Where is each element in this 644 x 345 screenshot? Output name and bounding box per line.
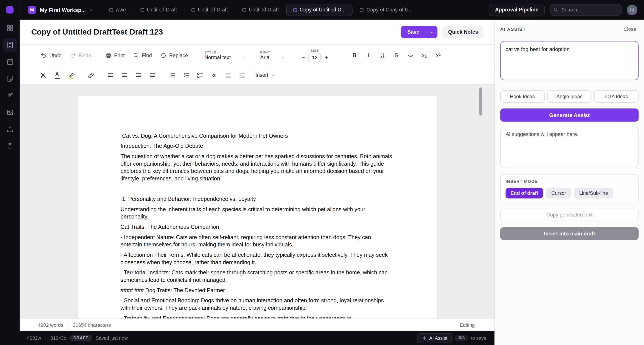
- superscript-button[interactable]: x²: [432, 49, 444, 61]
- indent-icon: [238, 72, 246, 79]
- sparkles-icon: [6, 91, 14, 99]
- editor-area: Copy of Untitled DraftTest Draft 123 Sav…: [20, 20, 495, 331]
- align-left-icon: [107, 72, 114, 79]
- style-value: Normal text: [204, 54, 230, 60]
- tab-label: wwe: [116, 7, 126, 13]
- checklist-button[interactable]: [194, 69, 206, 81]
- copy-generated-text-button[interactable]: Copy generated text: [500, 209, 638, 221]
- subscript-button[interactable]: x₂: [418, 49, 430, 61]
- blockquote-button[interactable]: «: [208, 69, 220, 81]
- strikethrough-button[interactable]: S: [390, 49, 402, 61]
- replace-button[interactable]: Replace: [157, 50, 191, 61]
- save-button[interactable]: Save: [401, 26, 426, 38]
- generate-assist-button[interactable]: Generate Assist: [500, 109, 638, 122]
- sidebar-item-export[interactable]: [3, 122, 17, 136]
- highlighter-icon: [68, 72, 74, 79]
- tab-label: Untitled Draft: [249, 7, 279, 13]
- quick-notes-button[interactable]: Quick Notes: [442, 26, 484, 38]
- print-button[interactable]: Print: [102, 50, 128, 61]
- align-right-button[interactable]: [132, 69, 144, 81]
- angle-ideas-button[interactable]: Angle Ideas: [547, 90, 592, 103]
- text-color-button[interactable]: A: [51, 69, 63, 81]
- doc-paragraph: - Independent Nature: Cats are often sel…: [120, 234, 394, 248]
- approval-pipeline-button[interactable]: Approval Pipeline: [489, 4, 544, 16]
- document-page[interactable]: Cat vs. Dog: A Comprehensive Comparison …: [78, 96, 437, 318]
- doc-paragraph: Cat vs. Dog: A Comprehensive Comparison …: [120, 132, 394, 140]
- sidebar-item-tasks[interactable]: [3, 139, 17, 153]
- outdent-button[interactable]: [222, 69, 234, 81]
- draft-status-badge: DRAFT: [70, 335, 92, 341]
- size-decrease-button[interactable]: −: [300, 54, 306, 61]
- tab-untitled-draft-3[interactable]: Untitled Draft: [235, 4, 286, 16]
- tab-copy-of-untitled[interactable]: Copy of Untitled D...: [286, 4, 352, 16]
- close-button[interactable]: Close: [621, 26, 639, 33]
- sidebar-item-media[interactable]: [3, 105, 17, 119]
- font-value: Arial: [260, 54, 270, 60]
- tab-label: Untitled Draft: [147, 7, 177, 13]
- search-icon: [553, 7, 558, 12]
- ai-assist-toggle-button[interactable]: AI Assist: [417, 333, 452, 343]
- find-button[interactable]: Find: [130, 50, 155, 61]
- code-button[interactable]: <>: [404, 49, 416, 61]
- tab-bar: wwe Untitled Draft Untitled Draft Untitl…: [102, 4, 484, 16]
- doc-paragraph: 1. Personality and Behavior: Independenc…: [120, 196, 394, 203]
- text-color-icon: A: [54, 72, 60, 79]
- align-justify-icon: [149, 72, 156, 79]
- numbered-list-button[interactable]: [180, 69, 192, 81]
- bullet-list-button[interactable]: [166, 69, 178, 81]
- app-logo[interactable]: [6, 6, 14, 14]
- top-bar: M My First Worksp... wwe Untitled Draft …: [20, 0, 644, 20]
- tab-wwe[interactable]: wwe: [102, 4, 133, 16]
- size-label: SIZE: [310, 49, 319, 52]
- clear-formatting-button[interactable]: [37, 69, 49, 81]
- checklist-icon: [197, 72, 204, 79]
- underline-button[interactable]: U: [376, 49, 389, 61]
- tab-icon: [140, 8, 144, 12]
- ai-prompt-input[interactable]: cat vs fog best for adoption: [500, 41, 638, 80]
- style-label: STYLE: [204, 50, 246, 54]
- sidebar-item-calendar[interactable]: [3, 55, 17, 69]
- link-button[interactable]: [85, 69, 97, 81]
- style-dropdown[interactable]: STYLE Normal text: [204, 50, 246, 60]
- editing-mode-label: Editing: [460, 322, 475, 328]
- insert-mode-line-subline[interactable]: Line/Sub-line: [574, 188, 613, 198]
- doc-paragraph: Introduction: The Age-Old Debate: [120, 143, 394, 150]
- cta-ideas-button[interactable]: CTA Ideas: [594, 90, 639, 103]
- indent-button[interactable]: [236, 69, 248, 81]
- avatar[interactable]: TZ: [626, 5, 638, 16]
- highlight-button[interactable]: [65, 69, 77, 81]
- font-dropdown[interactable]: FONT Arial: [260, 50, 285, 60]
- insert-into-draft-button[interactable]: Insert into main draft: [500, 227, 638, 240]
- doc-paragraph: #### ### Dog Traits: The Devoted Partner: [120, 287, 394, 294]
- tab-untitled-draft-2[interactable]: Untitled Draft: [184, 4, 235, 16]
- size-input[interactable]: [308, 53, 321, 62]
- insert-mode-cursor[interactable]: Cursor: [546, 188, 571, 198]
- insert-mode-end-of-draft[interactable]: End of draft: [506, 188, 543, 198]
- tab-copy-of-copy[interactable]: Copy of Copy of U...: [353, 4, 420, 16]
- doc-paragraph: - Trainability and Responsiveness: Dogs …: [120, 315, 394, 318]
- word-count: 4902 words: [38, 322, 63, 328]
- sidebar-item-ai-tools[interactable]: [3, 88, 17, 102]
- tab-untitled-draft-1[interactable]: Untitled Draft: [133, 4, 184, 16]
- italic-button[interactable]: I: [362, 49, 374, 61]
- sidebar-item-notes[interactable]: [3, 72, 17, 85]
- bold-button[interactable]: B: [348, 49, 361, 61]
- vertical-scrollbar[interactable]: [479, 88, 482, 116]
- insert-dropdown[interactable]: Insert: [255, 72, 275, 78]
- doc-paragraph: The question of whether a cat or a dog m…: [120, 153, 394, 182]
- ai-suggestions-box: AI suggestions will appear here.: [500, 127, 638, 168]
- insert-mode-label: INSERT MODE: [506, 179, 634, 184]
- size-increase-button[interactable]: +: [323, 54, 330, 61]
- sidebar-item-dashboard[interactable]: [3, 21, 17, 35]
- workspace-switcher[interactable]: M My First Worksp...: [28, 6, 94, 14]
- align-left-button[interactable]: [104, 69, 116, 81]
- save-dropdown-button[interactable]: [426, 26, 438, 38]
- align-center-button[interactable]: [118, 69, 131, 81]
- search-input[interactable]: [550, 4, 622, 16]
- hook-ideas-button[interactable]: Hook Ideas: [500, 90, 544, 103]
- sidebar-item-drafts[interactable]: [3, 38, 17, 52]
- undo-button[interactable]: Undo: [37, 50, 65, 61]
- align-justify-button[interactable]: [146, 69, 158, 81]
- sparkle-icon: [422, 335, 427, 340]
- redo-button[interactable]: Redo: [66, 50, 94, 61]
